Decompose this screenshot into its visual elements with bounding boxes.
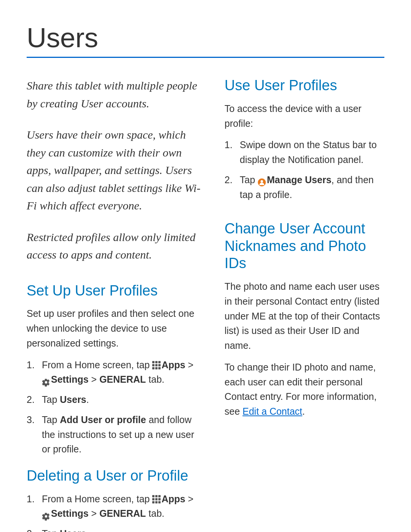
step-num: 1. xyxy=(27,492,37,521)
delete-step-1: 1. From a Home screen, tap Apps > S xyxy=(27,492,202,521)
apps-label: Apps xyxy=(161,494,185,504)
step-num: 1. xyxy=(27,358,37,387)
setup-step-2: 2. Tap Users. xyxy=(27,392,202,407)
page-title: Users xyxy=(27,23,384,53)
step-num: 3. xyxy=(27,412,37,457)
setup-intro: Set up user profiles and then select one… xyxy=(27,306,202,350)
left-column: Share this tablet with multiple people b… xyxy=(27,77,202,532)
intro-paragraph-3: Restricted profiles allow only limited a… xyxy=(27,228,202,264)
setup-steps-list: 1. From a Home screen, tap Apps > S xyxy=(27,358,202,457)
step-num: 1. xyxy=(225,137,235,167)
step-text: Tap Manage Users, and then tap a profile… xyxy=(240,173,384,202)
manage-users-icon xyxy=(258,176,266,184)
users-label: Users xyxy=(60,528,86,532)
apps-icon xyxy=(152,495,161,503)
intro-paragraph-2: Users have their own space, which they c… xyxy=(27,126,202,215)
settings-icon xyxy=(42,510,50,518)
use-intro: To access the device with a user profile… xyxy=(225,101,384,131)
page-container: Users Share this tablet with multiple pe… xyxy=(0,0,411,532)
svg-point-6 xyxy=(261,180,263,182)
general-label: GENERAL xyxy=(99,374,146,385)
settings-label: Settings xyxy=(51,374,89,385)
two-col-layout: Share this tablet with multiple people b… xyxy=(27,77,384,532)
step-num: 2. xyxy=(27,526,37,532)
apps-icon xyxy=(152,361,161,369)
edit-contact-link[interactable]: Edit a Contact xyxy=(242,406,302,417)
intro-paragraph-1: Share this tablet with multiple people b… xyxy=(27,77,202,112)
right-column: Use User Profiles To access the device w… xyxy=(225,77,384,532)
step-text: Tap Users. xyxy=(42,526,89,532)
delete-steps-list: 1. From a Home screen, tap Apps > S xyxy=(27,492,202,532)
settings-icon xyxy=(42,376,50,384)
add-user-label: Add User or profile xyxy=(60,414,146,425)
use-step-2: 2. Tap Manage Users, and then tap a prof… xyxy=(225,173,384,202)
step-text: From a Home screen, tap Apps > Settings … xyxy=(42,358,202,387)
step-text: Swipe down on the Status bar to display … xyxy=(240,137,384,167)
step-text: Tap Add User or profile and follow the i… xyxy=(42,412,202,457)
step-text: Tap Users. xyxy=(42,392,89,407)
title-divider xyxy=(27,57,384,58)
manage-users-label: Manage Users xyxy=(267,174,331,185)
step-num: 2. xyxy=(27,392,37,407)
use-step-1: 1. Swipe down on the Status bar to displ… xyxy=(225,137,384,167)
change-para-2: To change their ID photo and name, each … xyxy=(225,360,384,419)
general-label: GENERAL xyxy=(99,508,146,519)
use-steps-list: 1. Swipe down on the Status bar to displ… xyxy=(225,137,384,202)
section-heading-delete: Deleting a User or Profile xyxy=(27,467,202,485)
change-account-section: Change User Account Nicknames and Photo … xyxy=(225,220,384,419)
section-heading-use: Use User Profiles xyxy=(225,77,384,94)
section-heading-setup: Set Up User Profiles xyxy=(27,282,202,300)
section-heading-change: Change User Account Nicknames and Photo … xyxy=(225,220,384,272)
apps-label: Apps xyxy=(161,359,185,370)
delete-step-2: 2. Tap Users. xyxy=(27,526,202,532)
setup-step-3: 3. Tap Add User or profile and follow th… xyxy=(27,412,202,457)
change-para-1: The photo and name each user uses in the… xyxy=(225,279,384,353)
users-label: Users xyxy=(60,394,86,405)
step-text: From a Home screen, tap Apps > Settings … xyxy=(42,492,202,521)
step-num: 2. xyxy=(225,173,235,202)
setup-step-1: 1. From a Home screen, tap Apps > S xyxy=(27,358,202,387)
settings-label: Settings xyxy=(51,508,89,519)
